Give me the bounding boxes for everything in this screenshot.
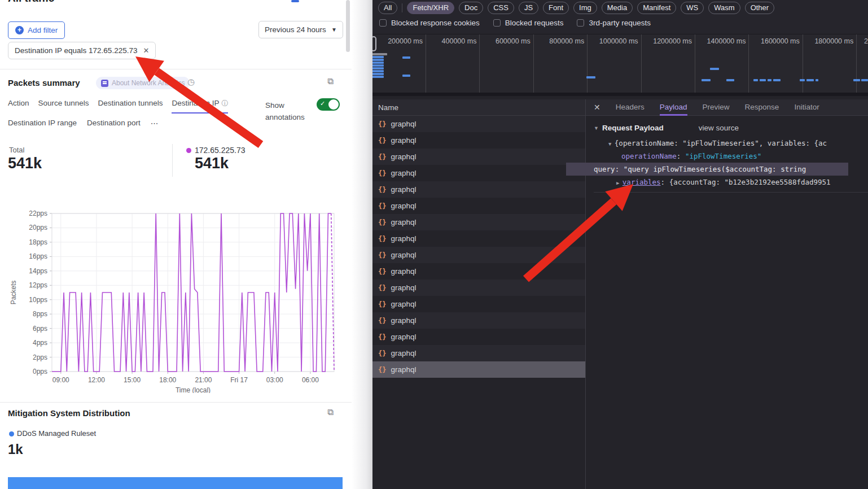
svg-text:09:00: 09:00 — [52, 376, 69, 384]
expand-panel-icon[interactable]: ⧉ — [327, 407, 334, 417]
checkbox-icon[interactable] — [577, 19, 584, 27]
request-row-graphql[interactable]: {}graphql — [372, 198, 585, 214]
timeline-tick-label: 1800000 ms — [805, 37, 853, 45]
checkbox-icon[interactable] — [493, 19, 501, 27]
time-range-label: Previous 24 hours — [265, 25, 326, 34]
payload-row-operation-name[interactable]: operationName: "ipFlowTimeseries" — [594, 150, 868, 163]
request-payload-title: Request Payload — [602, 124, 664, 132]
svg-text:Time (local): Time (local) — [176, 386, 211, 393]
packets-timeseries-chart[interactable]: 0pps2pps4pps6pps8pps10pps12pps14pps16pps… — [8, 203, 343, 393]
filter-pill-fetch-xhr[interactable]: Fetch/XHR — [407, 2, 454, 14]
tab-destination-ip-range[interactable]: Destination IP range — [8, 119, 77, 128]
request-row-graphql[interactable]: {}graphql — [372, 247, 585, 263]
filter-pill-css[interactable]: CSS — [488, 2, 514, 14]
tab-action[interactable]: Action — [8, 99, 29, 113]
timeline-gridline — [533, 34, 534, 96]
request-row-graphql[interactable]: {}graphql — [372, 329, 585, 345]
checkbox-icon[interactable] — [379, 19, 387, 27]
request-name: graphql — [391, 218, 416, 226]
filter-pill-wasm[interactable]: Wasm — [708, 2, 740, 14]
request-row-graphql[interactable]: {}graphql — [372, 280, 585, 296]
request-timeline-mark — [726, 79, 734, 81]
filter-pill-doc[interactable]: Doc — [459, 2, 483, 14]
tab-destination-port[interactable]: Destination port — [87, 119, 141, 128]
network-overview-timeline[interactable]: 200000 ms400000 ms600000 ms800000 ms1000… — [372, 34, 868, 96]
request-row-graphql[interactable]: {}graphql — [372, 132, 585, 149]
request-row-graphql[interactable]: {}graphql — [372, 312, 585, 329]
timeline-tick-label: 1600000 ms — [751, 37, 800, 45]
filter-chip[interactable]: Destination IP equals 172.65.225.73 ✕ — [8, 42, 156, 59]
collapse-triangle-icon[interactable]: ▼ — [594, 125, 599, 131]
json-braces-icon: {} — [378, 219, 386, 226]
collapse-triangle-icon[interactable]: ▼ — [608, 141, 615, 147]
check-icon: ✓ — [320, 100, 325, 107]
filter-pill-media[interactable]: Media — [602, 2, 633, 14]
close-icon[interactable]: ✕ — [594, 103, 600, 112]
request-timeline-mark — [372, 64, 384, 67]
request-row-graphql[interactable]: {}graphql — [372, 165, 585, 181]
clock-icon: ◷ — [187, 77, 195, 87]
expand-triangle-icon[interactable]: ▶ — [616, 180, 622, 186]
json-braces-icon: {} — [378, 350, 386, 357]
request-timeline-mark — [768, 79, 771, 81]
payload-row-query[interactable]: query: "query ipFlowTimeseries($accountT… — [566, 163, 848, 176]
svg-text:4pps: 4pps — [33, 339, 47, 347]
book-icon — [101, 80, 108, 87]
request-name: graphql — [391, 251, 416, 259]
tab-destination-ip[interactable]: Destination IPⓘ — [172, 99, 228, 113]
more-tabs-icon[interactable]: ⋯ — [151, 119, 159, 128]
request-row-graphql[interactable]: {}graphql — [372, 345, 585, 361]
add-filter-button[interactable]: + Add filter — [8, 21, 65, 39]
request-rows: {}graphql{}graphql{}graphql{}graphql{}gr… — [372, 116, 585, 378]
filter-pill-img[interactable]: Img — [573, 2, 597, 14]
time-range-dropdown[interactable]: Previous 24 hours ▼ — [258, 21, 343, 38]
request-timeline-mark — [753, 79, 758, 81]
name-column-header[interactable]: Name — [372, 99, 585, 116]
remove-filter-icon[interactable]: ✕ — [143, 46, 149, 55]
request-row-graphql[interactable]: {}graphql — [372, 149, 585, 165]
request-row-graphql[interactable]: {}graphql — [372, 361, 585, 378]
network-filter-toolbar: AllFetch/XHRDocCSSJSFontImgMediaManifest… — [372, 0, 868, 34]
checkbox-3rd-party-requests[interactable]: 3rd-party requests — [577, 19, 651, 27]
payload-preview-line[interactable]: ▼ {operationName: "ipFlowTimeseries", va… — [594, 137, 868, 150]
request-row-graphql[interactable]: {}graphql — [372, 116, 585, 132]
tab-payload[interactable]: Payload — [660, 99, 687, 116]
tab-initiator[interactable]: Initiator — [794, 99, 819, 116]
filter-pill-ws[interactable]: WS — [681, 2, 704, 14]
tab-destination-tunnels[interactable]: Destination tunnels — [98, 99, 163, 113]
filter-pill-all[interactable]: All — [378, 2, 397, 14]
analytics-dashboard-panel: All traffic + Add filter Previous 24 hou… — [0, 0, 352, 489]
tab-source-tunnels[interactable]: Source tunnels — [38, 99, 89, 113]
add-filter-label: Add filter — [28, 26, 58, 34]
request-name: graphql — [391, 316, 416, 325]
timeline-tick-label: 1400000 ms — [697, 37, 746, 45]
vertical-scrollbar[interactable] — [346, 0, 350, 52]
timeline-gridline — [856, 34, 857, 96]
request-row-graphql[interactable]: {}graphql — [372, 214, 585, 230]
request-row-graphql[interactable]: {}graphql — [372, 263, 585, 280]
checkbox-blocked-requests[interactable]: Blocked requests — [493, 19, 564, 27]
filter-pill-other[interactable]: Other — [745, 2, 775, 14]
request-row-graphql[interactable]: {}graphql — [372, 181, 585, 198]
filter-pill-manifest[interactable]: Manifest — [637, 2, 676, 14]
request-row-graphql[interactable]: {}graphql — [372, 296, 585, 312]
total-value: 541k — [8, 155, 42, 172]
request-row-graphql[interactable]: {}graphql — [372, 230, 585, 247]
tab-preview[interactable]: Preview — [703, 99, 730, 116]
request-timeline-mark — [372, 70, 384, 72]
timeline-gridline — [695, 34, 695, 96]
checkbox-blocked-response-cookies[interactable]: Blocked response cookies — [379, 19, 480, 27]
expand-panel-icon[interactable]: ⧉ — [327, 76, 334, 86]
tab-headers[interactable]: Headers — [616, 99, 645, 116]
filter-pill-js[interactable]: JS — [519, 2, 538, 14]
request-timeline-mark — [773, 79, 781, 81]
view-source-link[interactable]: view source — [699, 124, 739, 132]
filter-pill-font[interactable]: Font — [543, 2, 569, 14]
request-name: graphql — [391, 202, 416, 210]
tab-response[interactable]: Response — [745, 99, 779, 116]
payload-row-variables[interactable]: ▶ variables: {accountTag: "b12e3b2192ee5… — [594, 176, 868, 189]
about-network-analytics-badge[interactable]: About Network Analytics — [96, 77, 190, 89]
svg-text:Packets: Packets — [10, 281, 17, 305]
json-braces-icon: {} — [378, 235, 386, 243]
show-annotations-toggle[interactable]: ✓ — [317, 98, 340, 111]
